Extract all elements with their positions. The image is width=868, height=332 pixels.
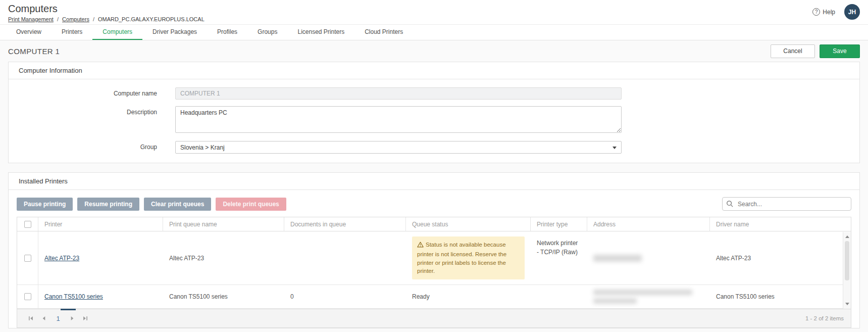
breadcrumb-link-computers[interactable]: Computers [62, 16, 89, 22]
computer-name-input [175, 87, 622, 100]
table-row: Altec ATP-23 Altec ATP-23 Status is not … [17, 231, 851, 285]
column-header-documents-in-queue[interactable]: Documents in queue [284, 217, 406, 231]
breadcrumb: Print Management / Computers / OMARD_PC.… [8, 16, 860, 22]
pause-printing-button[interactable]: Pause printing [17, 198, 73, 211]
driver-name: Altec ATP-23 [716, 255, 751, 262]
group-label: Group [9, 141, 175, 154]
tab-bar: Overview Printers Computers Driver Packa… [0, 25, 868, 40]
save-button[interactable]: Save [820, 44, 860, 58]
group-select-value: Slovenia > Kranj [180, 144, 225, 151]
driver-name: Canon TS5100 series [716, 293, 775, 300]
first-page-button[interactable] [24, 312, 37, 325]
print-queue-name: Altec ATP-23 [169, 255, 204, 262]
computer-information-panel: Computer Information Computer name Descr… [8, 62, 860, 163]
documents-in-queue: 0 [290, 293, 294, 300]
search-input[interactable] [722, 197, 851, 211]
scroll-up-icon[interactable] [843, 233, 851, 241]
scrollbar-thumb[interactable] [845, 241, 849, 280]
address-redacted [593, 255, 642, 262]
tab-overview[interactable]: Overview [6, 25, 52, 40]
column-header-printer[interactable]: Printer [38, 217, 163, 231]
printers-table: Printer Print queue name Documents in qu… [17, 217, 851, 328]
printer-link[interactable]: Altec ATP-23 [44, 255, 79, 262]
tab-printers[interactable]: Printers [52, 25, 92, 40]
installed-printers-title: Installed Printers [9, 173, 859, 190]
page-number[interactable]: 1 [50, 315, 66, 322]
printer-link[interactable]: Canon TS5100 series [44, 293, 103, 300]
next-page-button[interactable] [66, 312, 79, 325]
search-icon [726, 200, 734, 208]
computer-information-title: Computer Information [9, 62, 859, 79]
tab-cloud-printers[interactable]: Cloud Printers [354, 25, 413, 40]
page-title: COMPUTER 1 [8, 47, 60, 56]
group-select[interactable]: Slovenia > Kranj [175, 141, 622, 154]
topbar: Computers Print Management / Computers /… [0, 0, 868, 25]
help-label: Help [823, 9, 835, 16]
last-page-button[interactable] [79, 312, 92, 325]
description-input[interactable]: Headquarters PC [175, 106, 622, 133]
pagination-items-count: 1 - 2 of 2 items [805, 315, 844, 321]
select-all-checkbox[interactable] [24, 221, 31, 228]
table-header-row: Printer Print queue name Documents in qu… [17, 217, 851, 231]
clear-print-queues-button[interactable]: Clear print queues [144, 198, 211, 211]
address-redacted [593, 290, 692, 304]
column-header-print-queue-name[interactable]: Print queue name [163, 217, 284, 231]
queue-status: Ready [412, 293, 430, 300]
table-scrollbar[interactable] [843, 232, 851, 309]
breadcrumb-separator: / [93, 16, 94, 22]
help-button[interactable]: ? Help [812, 8, 835, 16]
previous-page-button[interactable] [37, 312, 50, 325]
cancel-button[interactable]: Cancel [771, 44, 815, 58]
tab-licensed-printers[interactable]: Licensed Printers [287, 25, 354, 40]
installed-printers-panel: Installed Printers Pause printing Resume… [8, 172, 860, 328]
chevron-down-icon [612, 147, 617, 149]
row-checkbox[interactable] [24, 255, 31, 262]
warning-icon [417, 242, 424, 250]
pagination-bar: 1 1 - 2 of 2 items [17, 309, 851, 327]
print-queue-name: Canon TS5100 series [169, 293, 228, 300]
breadcrumb-link-print-management[interactable]: Print Management [8, 16, 54, 22]
printer-type: Network printer - TCP/IP (Raw) [537, 236, 581, 257]
app-title: Computers [8, 3, 860, 15]
computer-name-label: Computer name [9, 87, 175, 100]
breadcrumb-separator: / [57, 16, 59, 22]
avatar[interactable]: JH [844, 4, 860, 20]
search-box [722, 197, 851, 211]
column-header-address[interactable]: Address [587, 217, 710, 231]
delete-print-queues-button[interactable]: Delete print queues [216, 198, 286, 211]
scroll-down-icon[interactable] [843, 300, 851, 308]
tab-groups[interactable]: Groups [247, 25, 287, 40]
column-header-printer-type[interactable]: Printer type [531, 217, 587, 231]
tab-computers[interactable]: Computers [92, 25, 142, 40]
current-page-indicator [61, 309, 76, 310]
resume-printing-button[interactable]: Resume printing [77, 198, 139, 211]
table-row: Canon TS5100 series Canon TS5100 series … [17, 285, 851, 309]
help-icon: ? [812, 8, 820, 16]
description-label: Description [9, 106, 175, 134]
tab-profiles[interactable]: Profiles [207, 25, 247, 40]
breadcrumb-current: OMARD_PC.GALAXY.EUROPLUS.LOCAL [98, 16, 205, 22]
tab-driver-packages[interactable]: Driver Packages [142, 25, 207, 40]
row-checkbox[interactable] [24, 293, 31, 300]
status-warning: Status is not available because printer … [412, 236, 525, 279]
column-header-queue-status[interactable]: Queue status [406, 217, 531, 231]
column-header-driver-name[interactable]: Driver name [710, 217, 851, 231]
main-content: COMPUTER 1 Cancel Save Computer Informat… [0, 40, 868, 332]
status-warning-text: Status is not available because printer … [417, 242, 506, 274]
